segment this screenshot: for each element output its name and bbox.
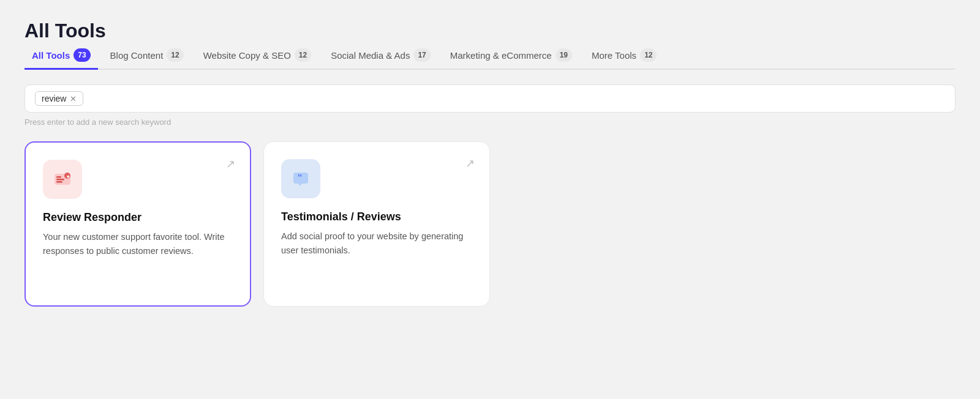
search-tag[interactable]: review ✕ (35, 91, 83, 106)
svg-marker-8 (298, 184, 302, 186)
tab-label-social-media-ads: Social Media & Ads (331, 50, 410, 61)
tab-label-blog-content: Blog Content (110, 50, 164, 61)
tab-badge-marketing-ecommerce: 19 (556, 48, 572, 62)
tab-label-marketing-ecommerce: Marketing & eCommerce (450, 50, 552, 61)
svg-rect-1 (56, 176, 61, 178)
tab-marketing-ecommerce[interactable]: Marketing & eCommerce 19 (443, 42, 579, 70)
cards-grid: ★ ↗ Review Responder Your new customer s… (24, 141, 956, 307)
tab-social-media-ads[interactable]: Social Media & Ads 17 (323, 42, 438, 70)
tab-badge-blog-content: 12 (167, 48, 183, 62)
search-tag-text: review (42, 94, 66, 103)
tool-card-review-responder[interactable]: ★ ↗ Review Responder Your new customer s… (24, 141, 251, 307)
search-tag-close-icon[interactable]: ✕ (70, 95, 77, 103)
card-icon-review-responder: ★ (43, 160, 82, 199)
tab-label-website-copy-seo: Website Copy & SEO (203, 50, 291, 61)
tool-card-testimonials-reviews[interactable]: " ↗ Testimonials / Reviews Add social pr… (263, 141, 490, 307)
tab-badge-website-copy-seo: 12 (295, 48, 311, 62)
tab-blog-content[interactable]: Blog Content 12 (103, 42, 191, 70)
search-hint: Press enter to add a new search keyword (24, 117, 956, 127)
tab-badge-all-tools: 73 (74, 48, 90, 62)
tab-label-more-tools: More Tools (592, 50, 636, 61)
card-arrow-review-responder: ↗ (226, 157, 235, 171)
card-title-review-responder: Review Responder (43, 211, 233, 224)
tab-website-copy-seo[interactable]: Website Copy & SEO 12 (196, 42, 318, 70)
tab-badge-social-media-ads: 17 (413, 48, 430, 62)
card-description-testimonials-reviews: Add social proof to your website by gene… (281, 229, 472, 258)
svg-text:": " (297, 173, 303, 183)
svg-rect-2 (56, 179, 64, 181)
search-bar[interactable]: review ✕ (24, 84, 956, 113)
card-title-testimonials-reviews: Testimonials / Reviews (281, 211, 472, 223)
tabs-nav: All Tools 73Blog Content 12Website Copy … (24, 42, 956, 70)
svg-text:★: ★ (66, 174, 70, 179)
tab-label-all-tools: All Tools (32, 50, 70, 61)
tab-badge-more-tools: 12 (640, 48, 657, 62)
card-description-review-responder: Your new customer support favorite tool.… (43, 230, 233, 258)
svg-rect-3 (56, 181, 62, 183)
page-title: All Tools (24, 20, 956, 42)
tab-more-tools[interactable]: More Tools 12 (584, 42, 664, 70)
card-icon-testimonials-reviews: " (281, 159, 320, 198)
card-arrow-testimonials-reviews: ↗ (466, 157, 475, 170)
tab-all-tools[interactable]: All Tools 73 (24, 42, 98, 70)
